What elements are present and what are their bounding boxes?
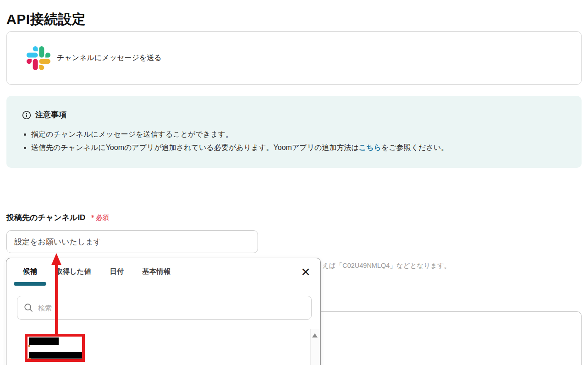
- tab-kouho[interactable]: 候補: [14, 258, 46, 285]
- info-circle-icon: [22, 111, 31, 120]
- notice-heading-label: 注意事項: [35, 110, 66, 120]
- search-input[interactable]: [37, 304, 305, 312]
- notice-bullet-1: 指定のチャンネルにメッセージを送信することができます。: [31, 127, 566, 141]
- slack-icon: [27, 46, 50, 70]
- popup-search-box: [17, 296, 312, 320]
- page-title: API接続設定: [6, 10, 86, 29]
- notice-heading: 注意事項: [22, 110, 566, 120]
- kochira-link[interactable]: こちら: [359, 144, 381, 151]
- tab-hizuke[interactable]: 日付: [100, 258, 133, 285]
- action-card[interactable]: チャンネルにメッセージを送る: [6, 31, 582, 85]
- action-card-label: チャンネルにメッセージを送る: [57, 53, 162, 63]
- channel-id-helper-text: えば「C02U49NMLQ4」などとなります。: [322, 261, 451, 270]
- close-icon: ✕: [301, 265, 311, 278]
- channel-id-field-label: 投稿先のチャンネルID ＊必須: [6, 212, 109, 223]
- required-badge: ＊必須: [89, 214, 109, 222]
- search-icon: [24, 303, 33, 312]
- scroll-up-arrow-icon: [312, 333, 318, 337]
- annotation-highlight-rectangle: [25, 334, 85, 362]
- channel-id-input[interactable]: [6, 230, 258, 253]
- notice-list: 指定のチャンネルにメッセージを送信することができます。 送信先のチャンネルにYo…: [22, 127, 566, 154]
- notice-box: 注意事項 指定のチャンネルにメッセージを送信することができます。 送信先のチャン…: [6, 96, 582, 168]
- notice-bullet-2: 送信先のチャンネルにYoomのアプリが追加されている必要があります。Yoomアプ…: [31, 141, 566, 154]
- popup-scrollbar[interactable]: [310, 329, 319, 365]
- api-connection-settings-page: API接続設定 チャンネルにメッセージを送る 注意事項: [0, 0, 588, 365]
- annotation-arrow-head: [51, 253, 61, 265]
- popup-close-button[interactable]: ✕: [298, 265, 313, 279]
- tab-kihon-jouhou[interactable]: 基本情報: [133, 258, 180, 285]
- annotation-arrow-shaft: [55, 264, 58, 335]
